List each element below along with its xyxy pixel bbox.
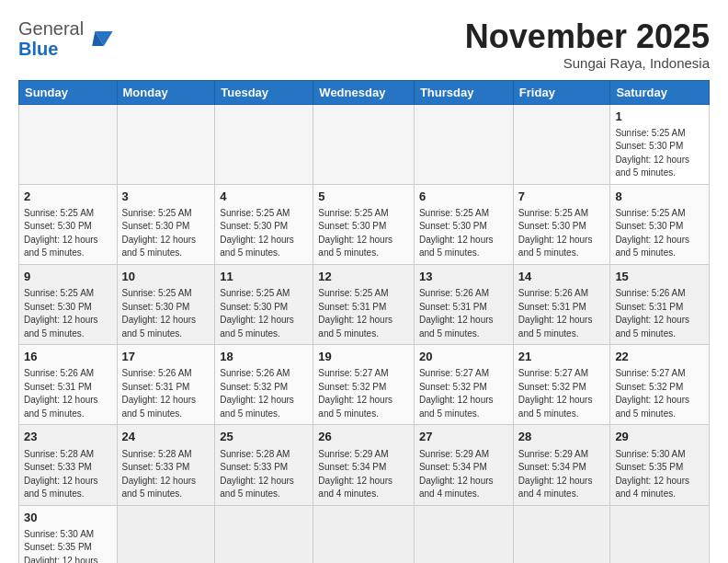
month-title: November 2025 (465, 18, 710, 55)
calendar-cell: 26Sunrise: 5:29 AM Sunset: 5:34 PM Dayli… (313, 425, 415, 505)
day-info: Sunrise: 5:29 AM Sunset: 5:34 PM Dayligh… (419, 448, 508, 501)
calendar-cell (513, 505, 610, 563)
day-number: 16 (24, 349, 112, 365)
calendar-cell: 23Sunrise: 5:28 AM Sunset: 5:33 PM Dayli… (19, 425, 118, 505)
day-info: Sunrise: 5:30 AM Sunset: 5:35 PM Dayligh… (24, 528, 112, 563)
calendar-cell: 28Sunrise: 5:29 AM Sunset: 5:34 PM Dayli… (513, 425, 610, 505)
subtitle: Sungai Raya, Indonesia (465, 55, 710, 71)
day-number: 22 (615, 349, 704, 365)
calendar-cell: 15Sunrise: 5:26 AM Sunset: 5:31 PM Dayli… (610, 264, 710, 344)
calendar-body: 1Sunrise: 5:25 AM Sunset: 5:30 PM Daylig… (19, 104, 710, 563)
logo-general-text: General (18, 18, 84, 39)
day-number: 21 (518, 349, 606, 365)
calendar-week-6: 30Sunrise: 5:30 AM Sunset: 5:35 PM Dayli… (19, 505, 710, 563)
calendar-cell: 20Sunrise: 5:27 AM Sunset: 5:32 PM Dayli… (414, 345, 513, 425)
calendar-cell: 11Sunrise: 5:25 AM Sunset: 5:30 PM Dayli… (215, 264, 313, 344)
day-info: Sunrise: 5:25 AM Sunset: 5:30 PM Dayligh… (24, 287, 112, 340)
calendar-cell: 17Sunrise: 5:26 AM Sunset: 5:31 PM Dayli… (117, 345, 215, 425)
day-info: Sunrise: 5:26 AM Sunset: 5:32 PM Dayligh… (220, 367, 308, 420)
day-info: Sunrise: 5:28 AM Sunset: 5:33 PM Dayligh… (220, 448, 308, 501)
day-info: Sunrise: 5:25 AM Sunset: 5:30 PM Dayligh… (518, 207, 606, 260)
day-info: Sunrise: 5:26 AM Sunset: 5:31 PM Dayligh… (24, 367, 112, 420)
calendar-table: SundayMondayTuesdayWednesdayThursdayFrid… (18, 80, 710, 563)
calendar-cell: 21Sunrise: 5:27 AM Sunset: 5:32 PM Dayli… (513, 345, 610, 425)
day-number: 17 (122, 349, 210, 365)
day-info: Sunrise: 5:26 AM Sunset: 5:31 PM Dayligh… (615, 287, 704, 340)
day-info: Sunrise: 5:29 AM Sunset: 5:34 PM Dayligh… (518, 448, 606, 501)
day-info: Sunrise: 5:27 AM Sunset: 5:32 PM Dayligh… (318, 367, 409, 420)
day-number: 30 (24, 510, 112, 526)
calendar-cell: 24Sunrise: 5:28 AM Sunset: 5:33 PM Dayli… (117, 425, 215, 505)
day-number: 1 (615, 109, 704, 125)
day-info: Sunrise: 5:28 AM Sunset: 5:33 PM Dayligh… (122, 448, 210, 501)
day-number: 13 (419, 269, 508, 285)
day-number: 28 (518, 429, 606, 445)
calendar-cell: 10Sunrise: 5:25 AM Sunset: 5:30 PM Dayli… (117, 264, 215, 344)
calendar-cell: 14Sunrise: 5:26 AM Sunset: 5:31 PM Dayli… (513, 264, 610, 344)
calendar-cell (117, 505, 215, 563)
day-info: Sunrise: 5:26 AM Sunset: 5:31 PM Dayligh… (419, 287, 508, 340)
day-number: 26 (318, 429, 409, 445)
day-number: 11 (220, 269, 308, 285)
day-number: 7 (518, 189, 606, 205)
calendar-cell: 13Sunrise: 5:26 AM Sunset: 5:31 PM Dayli… (414, 264, 513, 344)
calendar-cell: 27Sunrise: 5:29 AM Sunset: 5:34 PM Dayli… (414, 425, 513, 505)
day-number: 2 (24, 189, 112, 205)
day-number: 24 (122, 429, 210, 445)
day-header-monday: Monday (117, 80, 215, 104)
calendar-cell: 2Sunrise: 5:25 AM Sunset: 5:30 PM Daylig… (19, 184, 118, 264)
calendar-week-1: 1Sunrise: 5:25 AM Sunset: 5:30 PM Daylig… (19, 104, 710, 184)
day-header-thursday: Thursday (414, 80, 513, 104)
calendar-cell: 29Sunrise: 5:30 AM Sunset: 5:35 PM Dayli… (610, 425, 710, 505)
calendar-cell: 3Sunrise: 5:25 AM Sunset: 5:30 PM Daylig… (117, 184, 215, 264)
calendar-cell: 6Sunrise: 5:25 AM Sunset: 5:30 PM Daylig… (414, 184, 513, 264)
day-info: Sunrise: 5:25 AM Sunset: 5:30 PM Dayligh… (122, 287, 210, 340)
day-header-friday: Friday (513, 80, 610, 104)
calendar-week-3: 9Sunrise: 5:25 AM Sunset: 5:30 PM Daylig… (19, 264, 710, 344)
day-number: 10 (122, 269, 210, 285)
day-info: Sunrise: 5:27 AM Sunset: 5:32 PM Dayligh… (419, 367, 508, 420)
day-header-sunday: Sunday (19, 80, 118, 104)
day-number: 5 (318, 189, 409, 205)
logo-blue-text: Blue (18, 39, 58, 59)
day-number: 12 (318, 269, 409, 285)
calendar-cell: 4Sunrise: 5:25 AM Sunset: 5:30 PM Daylig… (215, 184, 313, 264)
day-info: Sunrise: 5:26 AM Sunset: 5:31 PM Dayligh… (518, 287, 606, 340)
calendar-cell: 5Sunrise: 5:25 AM Sunset: 5:30 PM Daylig… (313, 184, 415, 264)
calendar-cell: 12Sunrise: 5:25 AM Sunset: 5:31 PM Dayli… (313, 264, 415, 344)
day-info: Sunrise: 5:28 AM Sunset: 5:33 PM Dayligh… (24, 448, 112, 501)
day-info: Sunrise: 5:25 AM Sunset: 5:30 PM Dayligh… (220, 287, 308, 340)
day-header-tuesday: Tuesday (215, 80, 313, 104)
calendar-week-5: 23Sunrise: 5:28 AM Sunset: 5:33 PM Dayli… (19, 425, 710, 505)
day-info: Sunrise: 5:27 AM Sunset: 5:32 PM Dayligh… (615, 367, 704, 420)
day-info: Sunrise: 5:25 AM Sunset: 5:30 PM Dayligh… (615, 207, 704, 260)
page: General Blue November 2025 Sungai Raya, … (0, 0, 728, 563)
calendar-cell (215, 104, 313, 184)
calendar-cell (19, 104, 118, 184)
day-number: 6 (419, 189, 508, 205)
title-block: November 2025 Sungai Raya, Indonesia (465, 18, 710, 71)
day-info: Sunrise: 5:30 AM Sunset: 5:35 PM Dayligh… (615, 448, 704, 501)
day-info: Sunrise: 5:25 AM Sunset: 5:30 PM Dayligh… (318, 207, 409, 260)
calendar-cell (414, 104, 513, 184)
day-info: Sunrise: 5:25 AM Sunset: 5:30 PM Dayligh… (220, 207, 308, 260)
calendar-cell (610, 505, 710, 563)
day-number: 27 (419, 429, 508, 445)
day-number: 8 (615, 189, 704, 205)
day-number: 29 (615, 429, 704, 445)
day-number: 18 (220, 349, 308, 365)
day-number: 14 (518, 269, 606, 285)
day-info: Sunrise: 5:26 AM Sunset: 5:31 PM Dayligh… (122, 367, 210, 420)
day-number: 3 (122, 189, 210, 205)
day-number: 4 (220, 189, 308, 205)
day-info: Sunrise: 5:29 AM Sunset: 5:34 PM Dayligh… (318, 448, 409, 501)
calendar-cell: 1Sunrise: 5:25 AM Sunset: 5:30 PM Daylig… (610, 104, 710, 184)
day-info: Sunrise: 5:25 AM Sunset: 5:30 PM Dayligh… (615, 127, 704, 180)
calendar-cell (215, 505, 313, 563)
calendar-week-2: 2Sunrise: 5:25 AM Sunset: 5:30 PM Daylig… (19, 184, 710, 264)
calendar-cell: 18Sunrise: 5:26 AM Sunset: 5:32 PM Dayli… (215, 345, 313, 425)
day-number: 9 (24, 269, 112, 285)
header: General Blue November 2025 Sungai Raya, … (18, 18, 710, 71)
calendar-week-4: 16Sunrise: 5:26 AM Sunset: 5:31 PM Dayli… (19, 345, 710, 425)
calendar-cell (117, 104, 215, 184)
